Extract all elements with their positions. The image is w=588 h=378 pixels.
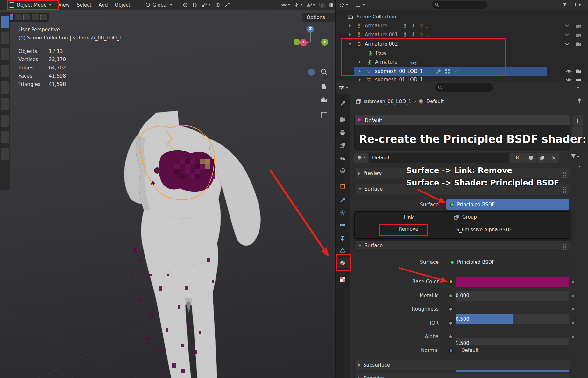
xray-icon[interactable] [319,3,325,8]
menu-item-remove[interactable]: Remove [381,226,436,232]
shading-mode-icon[interactable] [329,3,334,8]
normal-dropdown[interactable]: Default [456,345,569,355]
hide-viewport-icon[interactable] [565,24,569,27]
normal-socket-button[interactable] [446,345,455,355]
roughness-socket-button[interactable] [446,304,455,314]
tab-output[interactable] [337,128,348,137]
menu-view[interactable]: View [59,2,70,8]
expand-icon[interactable] [359,60,361,64]
drag-handle-icon[interactable] [563,244,566,250]
display-mode-dropdown[interactable] [355,2,365,7]
gizmo-minus-axis-dot[interactable] [308,69,315,76]
outliner-row-pose[interactable]: Pose [335,49,588,58]
overlays-dropdown[interactable] [307,3,315,8]
breadcrumb-object[interactable]: submesh_00_LOD_1 [364,99,411,104]
mode-dropdown[interactable]: Object Mode [9,2,52,8]
material-slot-row[interactable]: Default [355,116,570,125]
outliner-row-submesh-01[interactable]: ▽ submesh_01_LOD_1 [335,76,588,80]
tab-physics[interactable] [337,220,348,229]
specular-panel-header[interactable]: Specular [354,373,570,378]
outliner-search-input[interactable] [432,1,487,9]
fake-user-button[interactable] [525,153,536,163]
gizmo-x-label[interactable]: X [302,40,305,44]
eye-icon[interactable] [566,78,572,80]
camera-view-button[interactable] [320,97,328,103]
tool-select-box[interactable] [1,16,9,28]
pin-icon[interactable] [577,98,582,103]
editor-type-dropdown[interactable] [339,2,348,7]
tab-constraints[interactable] [337,234,348,242]
expand-icon[interactable] [349,33,351,36]
pivot-icon[interactable] [183,3,188,8]
menu-add[interactable]: Add [98,2,108,8]
filter-button[interactable] [562,2,568,7]
orientation-dropdown[interactable]: Global [145,2,173,8]
editor-divider-vertical[interactable] [335,0,336,378]
keyframe-dot[interactable] [572,322,574,324]
falloff-curve-icon[interactable] [225,3,230,7]
outliner-row-submesh-00[interactable]: ▽ submesh_00_LOD_1 ▽ [335,67,588,76]
base-color-socket-button[interactable] [446,276,455,287]
tool-annotate[interactable] [1,115,9,127]
viewport-3d[interactable]: Object Mode View Select Add Object Globa… [0,0,335,378]
disable-render-icon[interactable] [576,42,581,46]
expand-icon[interactable] [359,70,361,73]
tab-object-data[interactable] [337,246,348,255]
tab-material[interactable] [337,258,348,267]
material-users-button[interactable]: 8 [510,153,525,163]
tab-view-layer[interactable] [337,141,348,150]
base-color-swatch[interactable] [456,276,569,287]
expand-icon[interactable] [349,24,351,27]
outliner-row-armature-001[interactable]: Armature.001 ▽ 3 [335,30,588,39]
navigation-gizmo[interactable]: Z X Y [288,22,335,64]
ior-socket-button[interactable] [446,318,455,328]
keyframe-dot[interactable] [572,281,574,283]
toggle-select-mode-5[interactable] [40,14,47,20]
disable-render-icon[interactable] [576,69,581,74]
subsurface-panel-header[interactable]: Subsurface [354,360,570,370]
tool-measure[interactable] [1,131,9,143]
keyframe-dot[interactable] [572,336,574,338]
snap-magnet-icon[interactable] [192,3,197,8]
collapse-icon[interactable] [348,43,351,45]
tool-move[interactable] [1,48,9,60]
tab-particles[interactable] [337,208,348,217]
eye-icon[interactable] [566,69,572,73]
disable-render-icon[interactable] [576,77,581,80]
menu-object[interactable]: Object [115,2,130,8]
keyframe-dot[interactable] [572,295,574,297]
browse-material-button[interactable] [354,153,368,163]
menu-item-group-shader[interactable]: S_Emissive Alpha BSDF [456,227,512,233]
tool-cursor[interactable] [1,32,9,44]
properties-editor-type-dropdown[interactable] [339,85,349,90]
tool-transform[interactable] [1,98,9,110]
tool-rotate[interactable] [1,65,9,77]
tab-modifiers[interactable] [337,195,348,204]
toggle-select-mode-2[interactable] [15,14,22,20]
expand-icon[interactable] [359,78,361,80]
hide-viewport-icon[interactable] [565,33,569,36]
tab-world[interactable] [337,166,348,175]
tool-add-cube[interactable] [1,148,9,160]
editor-divider-horizontal[interactable] [336,80,588,81]
gizmo-z-label[interactable]: Z [309,27,312,31]
add-slot-button[interactable]: + [572,116,583,126]
outliner-row-armature-002[interactable]: Armature.002 [335,39,588,48]
drag-handle-icon[interactable] [563,172,566,178]
menu-select[interactable]: Select [77,2,91,8]
ortho-toggle-button[interactable] [320,111,328,119]
tab-texture[interactable] [337,275,348,284]
outliner-row-armature[interactable]: Armature ▽ 2 [335,21,588,30]
hide-viewport-icon[interactable] [565,43,569,46]
tool-scale[interactable] [1,81,9,94]
outliner-row-scene-collection[interactable]: Scene Collection [335,12,588,21]
chevron-down-icon[interactable] [577,87,579,88]
disable-render-icon[interactable] [576,32,581,37]
keyframe-dot[interactable] [572,308,574,310]
surface-shader-button[interactable]: Principled BSDF [446,257,569,267]
gizmo-y-label[interactable]: Y [323,40,326,44]
tab-object[interactable] [337,182,348,191]
metallic-slider[interactable]: 0.000 [456,290,569,301]
unlink-material-button[interactable]: × [548,153,559,163]
new-material-button[interactable] [537,153,548,163]
